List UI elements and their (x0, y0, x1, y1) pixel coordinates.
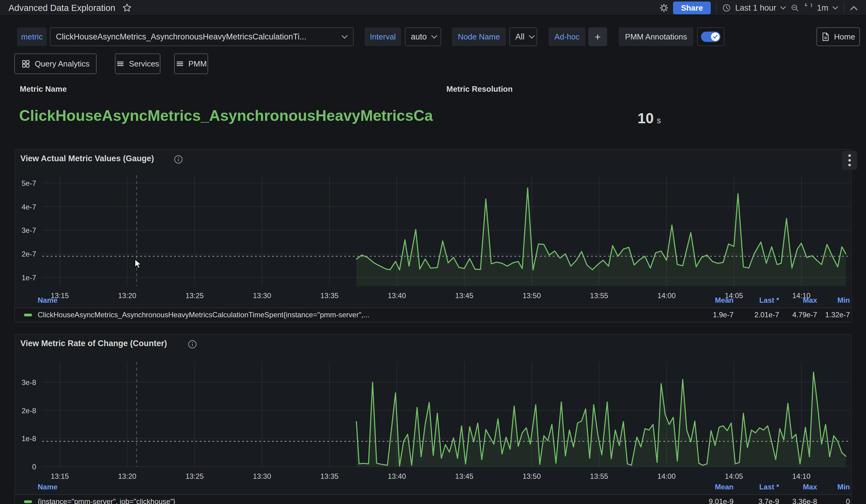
toggle-knob-check-icon (711, 33, 720, 41)
svg-text:3e-7: 3e-7 (22, 226, 36, 234)
svg-text:5e-7: 5e-7 (22, 179, 36, 187)
chevron-down-icon (337, 35, 348, 39)
chevron-down-icon[interactable] (830, 1, 841, 14)
clock-icon (720, 1, 733, 14)
interval-variable-value: auto (411, 32, 427, 42)
home-button[interactable]: Home (817, 27, 860, 46)
panel-actual-metric-values: View Actual Metric Values (Gauge) 13:151… (14, 149, 852, 323)
info-icon[interactable] (188, 340, 197, 351)
legend-row[interactable]: {instance="pmm-server", job="clickhouse"… (15, 495, 851, 504)
pmm-annotations-toggle[interactable] (701, 32, 720, 42)
info-icon[interactable] (174, 154, 183, 165)
pmm-button[interactable]: PMM (174, 54, 208, 74)
svg-text:13:25: 13:25 (185, 291, 203, 300)
metric-variable-select[interactable]: ClickHouseAsyncMetrics_AsynchronousHeavy… (50, 27, 354, 46)
svg-text:13:30: 13:30 (253, 291, 271, 300)
settings-gear-icon[interactable] (657, 1, 670, 14)
svg-text:3e-8: 3e-8 (22, 378, 36, 387)
metric-name-value: ClickHouseAsyncMetrics_AsynchronousHeavy… (19, 107, 451, 125)
services-button[interactable]: Services (115, 54, 160, 74)
svg-text:13:35: 13:35 (320, 472, 338, 480)
pmm-label: PMM (188, 59, 207, 69)
pmm-annotations-label: PMM Annotations (619, 27, 693, 46)
chevron-down-icon[interactable] (778, 1, 788, 14)
services-label: Services (129, 59, 159, 69)
svg-text:13:55: 13:55 (590, 472, 608, 480)
menu-icon (116, 59, 125, 68)
metric-name-heading: Metric Name (20, 84, 67, 94)
topbar-actions: Share Last 1 hour 1m (657, 0, 861, 16)
top-navigation-bar: Advanced Data Exploration Share (0, 0, 866, 16)
topbar-divider (716, 3, 717, 13)
topbar-divider (844, 3, 844, 13)
series-min-value: 1.32e-7 (789, 311, 850, 319)
metric-resolution-value: 10 s (637, 110, 661, 127)
timeseries-chart-gauge[interactable]: 13:1513:2013:2513:3013:3513:4013:4513:50… (42, 175, 850, 286)
panel-title[interactable]: View Actual Metric Values (Gauge) (20, 154, 154, 163)
legend-name-header[interactable]: Name (38, 483, 57, 491)
legend-name-header[interactable]: Name (38, 296, 57, 305)
metric-variable-label: metric (17, 27, 47, 46)
zoom-out-icon[interactable] (788, 1, 802, 14)
legend-min-header[interactable]: Min (789, 296, 850, 305)
chevron-up-icon[interactable] (847, 1, 861, 14)
mouse-cursor (134, 259, 143, 270)
grid-icon (21, 59, 30, 68)
legend-min-header[interactable]: Min (789, 483, 850, 491)
time-range-picker[interactable]: Last 1 hour (735, 3, 776, 13)
svg-text:13:50: 13:50 (523, 472, 541, 480)
menu-icon (176, 59, 184, 68)
series-color-swatch (24, 500, 32, 503)
query-analytics-button[interactable]: Query Analytics (14, 54, 97, 74)
svg-text:1e-7: 1e-7 (22, 274, 36, 282)
svg-text:2e-7: 2e-7 (22, 250, 36, 258)
svg-text:13:45: 13:45 (455, 291, 474, 300)
resolution-number: 10 (637, 110, 654, 127)
svg-text:13:15: 13:15 (51, 472, 69, 480)
svg-text:13:20: 13:20 (118, 291, 136, 300)
svg-text:13:45: 13:45 (455, 472, 474, 480)
panel-metric-rate-of-change: View Metric Rate of Change (Counter) 13:… (14, 334, 852, 504)
interval-variable-label: Interval (365, 27, 401, 46)
adhoc-filter-label: Ad-hoc (548, 27, 586, 46)
svg-text:1e-8: 1e-8 (22, 434, 36, 443)
dashboard-screen: Advanced Data Exploration Share (0, 0, 866, 504)
home-button-label: Home (834, 32, 855, 42)
svg-text:13:30: 13:30 (253, 472, 271, 480)
series-min-value: 0 (789, 497, 850, 504)
svg-text:13:55: 13:55 (590, 291, 608, 300)
svg-text:13:35: 13:35 (320, 291, 338, 300)
interval-variable-select[interactable]: auto (405, 27, 441, 46)
svg-text:13:50: 13:50 (523, 291, 541, 300)
dashboard-title: Advanced Data Exploration (9, 3, 115, 13)
node-name-variable-label: Node Name (452, 27, 506, 46)
share-button[interactable]: Share (673, 1, 711, 14)
series-label[interactable]: ClickHouseAsyncMetrics_AsynchronousHeavy… (38, 311, 369, 319)
panel-menu-kebab-icon[interactable] (842, 151, 857, 170)
document-icon (821, 32, 830, 41)
refresh-interval-picker[interactable]: 1m (817, 3, 828, 13)
resolution-unit: s (657, 116, 661, 125)
svg-text:0: 0 (32, 463, 36, 471)
metric-resolution-heading: Metric Resolution (446, 84, 513, 94)
legend-row[interactable]: ClickHouseAsyncMetrics_AsynchronousHeavy… (15, 308, 851, 322)
refresh-icon[interactable] (802, 1, 815, 14)
chevron-down-icon (427, 35, 437, 39)
svg-text:14:05: 14:05 (725, 472, 743, 480)
metric-variable-value: ClickHouseAsyncMetrics_AsynchronousHeavy… (56, 32, 306, 42)
favorite-star-icon[interactable] (122, 2, 133, 13)
node-name-variable-select[interactable]: All (509, 27, 537, 46)
series-color-swatch (24, 314, 32, 316)
series-label[interactable]: {instance="pmm-server", job="clickhouse"… (38, 497, 175, 504)
chevron-down-icon (524, 35, 535, 39)
query-analytics-label: Query Analytics (35, 59, 90, 69)
timeseries-chart-counter[interactable]: 13:1513:2013:2513:3013:3513:4013:4513:50… (42, 362, 850, 467)
node-name-variable-value: All (515, 32, 524, 42)
pmm-annotations-toggle-container (697, 27, 724, 46)
svg-text:13:20: 13:20 (118, 472, 136, 480)
svg-text:13:40: 13:40 (388, 291, 406, 300)
svg-text:13:25: 13:25 (185, 472, 203, 480)
svg-text:13:40: 13:40 (388, 472, 406, 480)
add-adhoc-filter-button[interactable]: + (588, 27, 607, 46)
panel-title[interactable]: View Metric Rate of Change (Counter) (20, 339, 167, 348)
